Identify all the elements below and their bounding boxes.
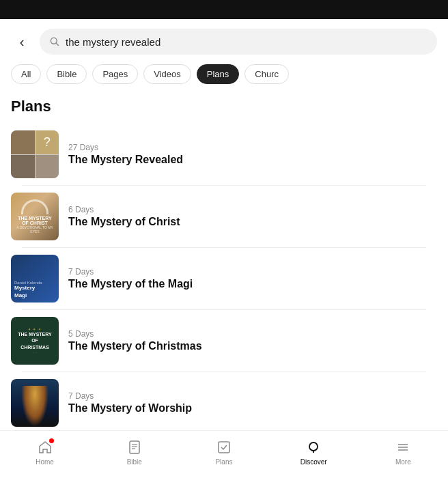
top-black-bar: [0, 0, 448, 19]
tab-churc[interactable]: Churc: [244, 64, 289, 84]
tab-bible[interactable]: Bible: [46, 64, 87, 84]
tab-videos[interactable]: Videos: [143, 64, 191, 84]
bottom-nav: Home Bible Plans Discov: [0, 430, 448, 478]
tab-pages[interactable]: Pages: [92, 64, 138, 84]
search-icon: [49, 36, 60, 47]
nav-item-more[interactable]: More: [386, 438, 420, 466]
svg-point-7: [309, 442, 318, 451]
svg-rect-6: [219, 442, 229, 453]
nav-label-plans: Plans: [215, 458, 232, 466]
plan-name: The Mystery of Christ: [68, 216, 437, 228]
nav-item-home[interactable]: Home: [28, 438, 62, 466]
tab-plans[interactable]: Plans: [197, 64, 240, 84]
nav-label-discover: Discover: [300, 458, 327, 466]
list-item[interactable]: Daniel Kolenda MysteryMagi 7 Days The My…: [11, 248, 437, 309]
home-icon: [36, 438, 54, 456]
list-item[interactable]: ? 27 Days The Mystery Revealed: [11, 124, 437, 185]
svg-rect-2: [130, 441, 139, 453]
plan-days: 7 Days: [68, 391, 437, 401]
nav-label-bible: Bible: [127, 458, 142, 466]
plan-name: The Mystery of Christmas: [68, 340, 437, 352]
plan-name: The Mystery Revealed: [68, 154, 437, 166]
back-chevron-icon: ‹: [20, 35, 25, 48]
search-text: the mystery revealed: [66, 36, 160, 48]
plan-list: ? 27 Days The Mystery Revealed THE MYSTE…: [0, 124, 448, 430]
plan-thumbnail-1: ?: [11, 130, 59, 178]
plan-days: 6 Days: [68, 205, 437, 214]
nav-label-home: Home: [36, 458, 54, 466]
nav-item-bible[interactable]: Bible: [117, 438, 152, 466]
nav-item-plans[interactable]: Plans: [207, 438, 241, 466]
plan-days: 27 Days: [68, 143, 437, 152]
plan-days: 7 Days: [68, 267, 437, 277]
discover-icon: [305, 438, 322, 456]
nav-item-discover[interactable]: Discover: [296, 438, 331, 466]
plan-thumbnail-4: ✦ ✦ ✦ THE MYSTERYOFCHRISTMAS · · ·: [11, 317, 59, 365]
list-item[interactable]: ✦ ✦ ✦ THE MYSTERYOFCHRISTMAS · · · 5 Day…: [11, 310, 437, 371]
list-item[interactable]: 7 Days The Mystery of Worship: [11, 372, 437, 430]
plan-name: The Mystery of Worship: [68, 402, 437, 414]
filter-tabs: All Bible Pages Videos Plans Churc: [0, 61, 448, 92]
bible-icon: [126, 438, 143, 456]
search-bar[interactable]: the mystery revealed: [40, 29, 437, 55]
more-icon: [394, 438, 412, 456]
header: ‹ the mystery revealed: [0, 19, 448, 61]
plans-icon: [215, 438, 233, 456]
plan-days: 5 Days: [68, 329, 437, 339]
plan-thumbnail-3: Daniel Kolenda MysteryMagi: [11, 255, 59, 303]
section-title: Plans: [0, 92, 448, 124]
plan-thumbnail-2: THE MYSTERYOF CHRIST A DEVOTIONAL TO MY …: [11, 193, 59, 240]
nav-label-more: More: [395, 458, 411, 466]
notification-dot: [49, 438, 54, 443]
back-button[interactable]: ‹: [11, 31, 33, 53]
tab-all[interactable]: All: [11, 64, 41, 84]
list-item[interactable]: THE MYSTERYOF CHRIST A DEVOTIONAL TO MY …: [11, 186, 437, 247]
plan-thumbnail-5: [11, 379, 59, 427]
svg-line-1: [56, 43, 59, 46]
plan-name: The Mystery of the Magi: [68, 278, 437, 290]
